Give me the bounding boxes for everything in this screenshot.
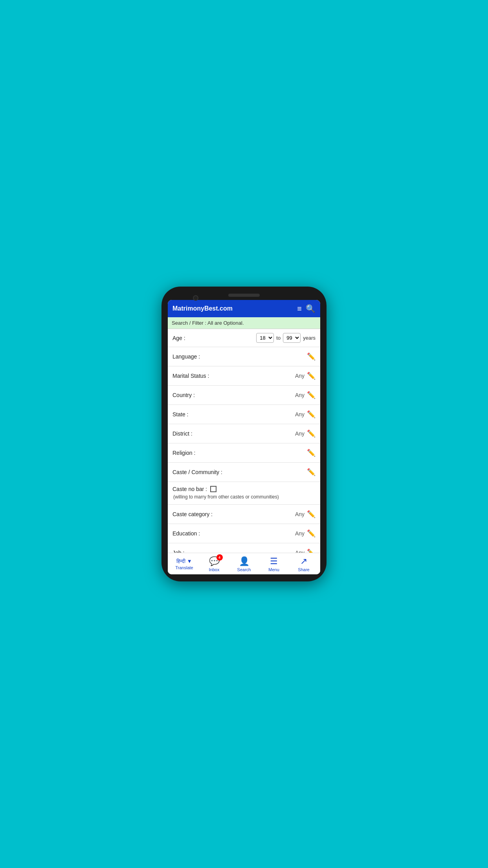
filter-row-marital: Marital Status : Any ✏️	[168, 366, 320, 386]
filter-row-education: Education : Any ✏️	[168, 524, 320, 543]
filter-district-value: Any	[295, 430, 305, 437]
filter-row-district: District : Any ✏️	[168, 424, 320, 443]
inbox-label: Inbox	[209, 567, 220, 572]
filter-education-value: Any	[295, 530, 305, 537]
filter-state-edit[interactable]: ✏️	[307, 410, 316, 419]
filter-caste-category-label: Caste category :	[172, 511, 295, 517]
age-to-select[interactable]: 99989796	[283, 333, 301, 343]
filter-district-edit[interactable]: ✏️	[307, 429, 316, 438]
search-icon[interactable]: 🔍	[306, 304, 316, 313]
search-label: Search	[237, 567, 251, 572]
filter-education-label: Education :	[172, 530, 295, 537]
nav-share[interactable]: ↗ Share	[292, 556, 316, 572]
nav-inbox[interactable]: 💬 4 Inbox	[202, 556, 226, 572]
filter-state-label: State :	[172, 411, 295, 417]
nav-menu[interactable]: ☰ Menu	[262, 556, 286, 572]
caste-nobar-row: Caste no bar : (willing to marry from ot…	[168, 482, 320, 505]
phone-screen: MatrimonyBest.com ≡ 🔍 Search / Filter : …	[168, 300, 320, 574]
age-years-label: years	[303, 335, 316, 341]
age-label: Age :	[172, 335, 254, 341]
app-title: MatrimonyBest.com	[172, 305, 293, 312]
filter-religion-label: Religion :	[172, 450, 305, 456]
nav-translate[interactable]: हिन्दी ▼ Translate	[172, 558, 196, 570]
filter-caste-category-edit[interactable]: ✏️	[307, 510, 316, 519]
filter-district-label: District :	[172, 430, 295, 437]
filter-country-label: Country :	[172, 392, 295, 398]
filter-row-language: Language : ✏️	[168, 347, 320, 366]
filter-education-edit[interactable]: ✏️	[307, 529, 316, 538]
filter-row-caste-category: Caste category : Any ✏️	[168, 505, 320, 524]
menu-label: Menu	[268, 567, 279, 572]
menu-icon[interactable]: ≡	[297, 304, 302, 313]
inbox-icon: 💬 4	[209, 556, 220, 566]
share-icon: ↗	[300, 556, 307, 566]
filter-language-label: Language :	[172, 353, 305, 360]
app-header: MatrimonyBest.com ≡ 🔍	[168, 300, 320, 317]
filter-marital-label: Marital Status :	[172, 373, 295, 379]
phone-camera	[193, 295, 198, 301]
filter-country-value: Any	[295, 392, 305, 398]
filter-banner: Search / Filter : All are Optional.	[168, 317, 320, 329]
filter-caste-category-value: Any	[295, 511, 305, 517]
filter-country-edit[interactable]: ✏️	[307, 391, 316, 399]
filter-marital-value: Any	[295, 373, 305, 379]
filter-row-country: Country : Any ✏️	[168, 386, 320, 405]
filter-caste-community-edit[interactable]: ✏️	[307, 468, 316, 476]
filter-marital-edit[interactable]: ✏️	[307, 371, 316, 380]
caste-nobar-top: Caste no bar :	[172, 486, 316, 492]
share-label: Share	[298, 567, 309, 572]
filter-job-label: Job :	[172, 550, 295, 553]
nav-search[interactable]: 👤 Search	[232, 556, 256, 572]
filter-state-value: Any	[295, 411, 305, 417]
scroll-content[interactable]: Age : 18192021 22232425 to 99989796 year…	[168, 329, 320, 553]
bottom-nav: हिन्दी ▼ Translate 💬 4 Inbox 👤 Search ☰ …	[168, 553, 320, 574]
filter-language-edit[interactable]: ✏️	[307, 352, 316, 361]
inbox-badge: 4	[216, 554, 223, 561]
age-to-label: to	[276, 335, 281, 341]
translate-icon: हिन्दी ▼	[176, 558, 192, 565]
filter-row-caste-community: Caste / Community : ✏️	[168, 463, 320, 482]
filter-job-value: Any	[295, 550, 305, 553]
filter-religion-edit[interactable]: ✏️	[307, 449, 316, 457]
caste-nobar-checkbox[interactable]	[210, 486, 216, 492]
filter-row-religion: Religion : ✏️	[168, 443, 320, 463]
age-from-select[interactable]: 18192021 22232425	[256, 333, 274, 343]
age-row: Age : 18192021 22232425 to 99989796 year…	[168, 329, 320, 347]
phone-speaker	[228, 294, 260, 297]
filter-caste-community-label: Caste / Community :	[172, 469, 305, 475]
caste-nobar-description: (willing to marry from other castes or c…	[172, 494, 316, 500]
filter-row-state: State : Any ✏️	[168, 405, 320, 424]
search-nav-icon: 👤	[239, 556, 250, 566]
menu-nav-icon: ☰	[270, 556, 278, 566]
phone-frame: MatrimonyBest.com ≡ 🔍 Search / Filter : …	[161, 287, 327, 581]
filter-row-job: Job : Any ✏️	[168, 543, 320, 553]
caste-nobar-label: Caste no bar :	[172, 486, 207, 492]
translate-label: Translate	[175, 565, 193, 570]
filter-job-edit[interactable]: ✏️	[307, 548, 316, 553]
